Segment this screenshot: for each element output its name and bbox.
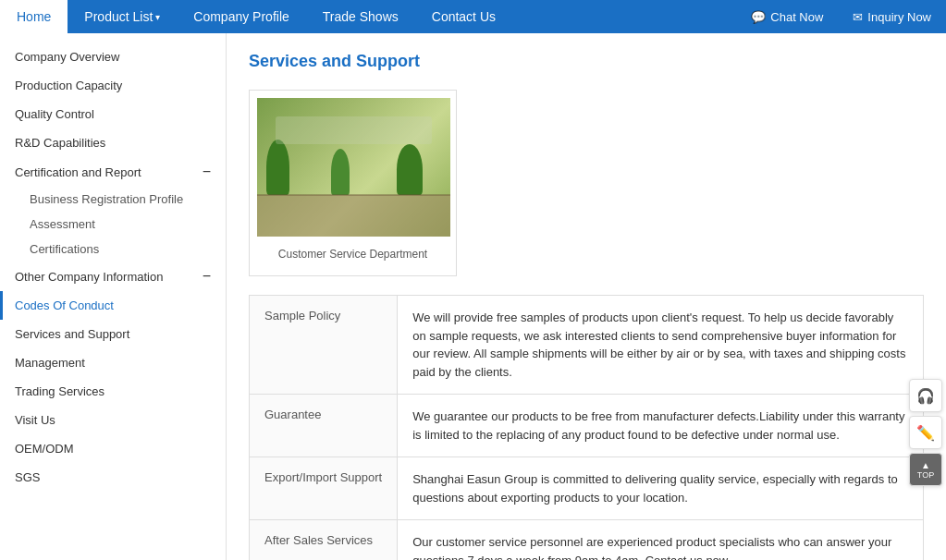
inquiry-now-button[interactable]: ✉ Inquiry Now	[838, 0, 946, 33]
collapse-icon-2: −	[203, 269, 211, 284]
sidebar-item-visit-us[interactable]: Visit Us	[0, 406, 226, 434]
table-row: After Sales Services Our customer servic…	[250, 520, 924, 561]
main-layout: Company Overview Production Capacity Qua…	[0, 33, 946, 560]
headset-icon: 🎧	[916, 387, 935, 405]
table-row: Export/Import Support Shanghai Easun Gro…	[250, 457, 924, 520]
sidebar-item-other-info[interactable]: Other Company Information −	[0, 262, 226, 291]
row-label: Guarantee	[250, 395, 398, 457]
sidebar-item-certifications[interactable]: Certifications	[0, 237, 226, 262]
table-row: Guarantee We guarantee our products to b…	[250, 395, 924, 457]
nav-home[interactable]: Home	[0, 0, 68, 33]
image-container: Customer Service Department	[249, 90, 457, 276]
row-label: Sample Policy	[250, 296, 398, 395]
image-caption: Customer Service Department	[257, 244, 448, 268]
sidebar-item-oem-odm[interactable]: OEM/ODM	[0, 434, 226, 463]
sidebar-item-certification-report[interactable]: Certification and Report −	[0, 157, 226, 187]
office-image	[257, 98, 450, 237]
product-list-chevron-icon: ▾	[155, 12, 160, 22]
mail-icon: ✉	[853, 10, 863, 24]
sidebar-item-production-capacity[interactable]: Production Capacity	[0, 71, 226, 100]
nav-product-list[interactable]: Product List ▾	[68, 0, 177, 33]
sidebar: Company Overview Production Capacity Qua…	[0, 33, 227, 560]
edit-icon: ✏️	[916, 424, 935, 442]
sidebar-item-assessment[interactable]: Assessment	[0, 212, 226, 237]
float-buttons: 🎧 ✏️ ▲ TOP	[909, 379, 942, 486]
sidebar-item-rd-capabilities[interactable]: R&D Capabilities	[0, 128, 226, 157]
nav-contact-us[interactable]: Contact Us	[415, 0, 512, 33]
chat-icon: 💬	[751, 10, 766, 24]
sidebar-item-services-support[interactable]: Services and Support	[0, 320, 226, 348]
headset-button[interactable]: 🎧	[909, 379, 942, 412]
row-value: Our customer service personnel are exper…	[398, 520, 924, 561]
top-nav: Home Product List ▾ Company Profile Trad…	[0, 0, 946, 33]
sidebar-item-trading-services[interactable]: Trading Services	[0, 377, 226, 406]
back-to-top-button[interactable]: ▲ TOP	[909, 453, 942, 486]
nav-right-actions: 💬 Chat Now ✉ Inquiry Now	[736, 0, 946, 33]
page-title: Services and Support	[249, 52, 924, 71]
row-value: We will provide free samples of products…	[398, 296, 924, 395]
main-content: Services and Support Customer Service De…	[227, 33, 946, 560]
sidebar-item-sgs[interactable]: SGS	[0, 463, 226, 492]
sidebar-item-quality-control[interactable]: Quality Control	[0, 100, 226, 128]
sidebar-item-business-reg[interactable]: Business Registration Profile	[0, 187, 226, 212]
row-label: After Sales Services	[250, 520, 398, 561]
nav-trade-shows[interactable]: Trade Shows	[306, 0, 415, 33]
row-value: Shanghai Easun Group is committed to del…	[398, 457, 924, 520]
sidebar-item-management[interactable]: Management	[0, 348, 226, 377]
collapse-icon: −	[203, 164, 211, 179]
chat-now-button[interactable]: 💬 Chat Now	[736, 0, 838, 33]
table-row: Sample Policy We will provide free sampl…	[250, 296, 924, 395]
row-label: Export/Import Support	[250, 457, 398, 520]
row-value: We guarantee our products to be free fro…	[398, 395, 924, 457]
services-table: Sample Policy We will provide free sampl…	[249, 295, 924, 560]
edit-button[interactable]: ✏️	[909, 416, 942, 449]
sidebar-item-codes-conduct[interactable]: Codes Of Conduct	[0, 291, 226, 320]
nav-company-profile[interactable]: Company Profile	[177, 0, 306, 33]
sidebar-item-company-overview[interactable]: Company Overview	[0, 43, 226, 71]
